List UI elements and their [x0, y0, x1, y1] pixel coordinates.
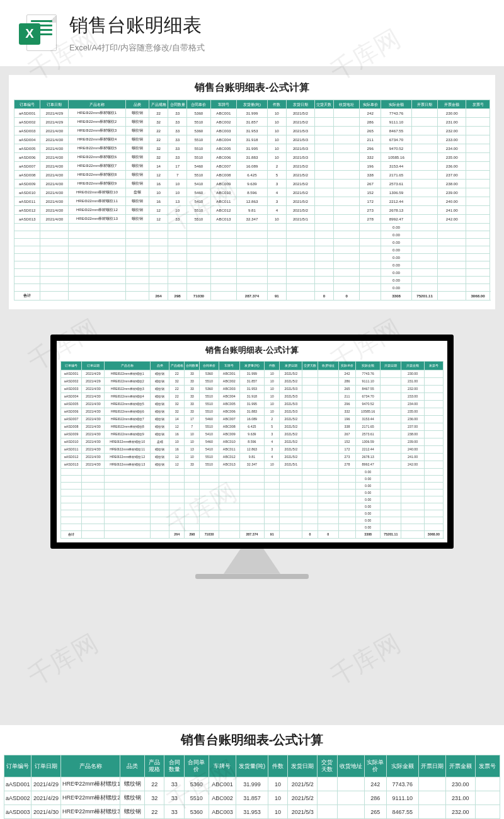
cell	[411, 224, 437, 231]
cell: 31.918	[237, 135, 268, 144]
cell	[360, 284, 381, 292]
cell	[210, 277, 236, 284]
cell	[82, 510, 105, 517]
cell	[105, 517, 150, 524]
cell	[466, 153, 490, 162]
cell	[69, 231, 125, 239]
column-header: 合同数量	[164, 755, 184, 777]
cell: ABC002	[210, 118, 236, 127]
cell	[82, 496, 105, 503]
column-header: 车牌号	[209, 755, 236, 777]
cell	[338, 489, 355, 496]
column-header: 件数	[267, 100, 286, 109]
totals-cell	[210, 292, 236, 301]
cell	[169, 503, 185, 510]
cell: 0.00	[356, 482, 381, 489]
cell: 31.857	[239, 377, 264, 385]
column-header: 品类	[120, 755, 145, 777]
cell	[168, 246, 187, 254]
cell	[318, 805, 337, 819]
totals-cell	[125, 292, 149, 301]
totals-cell: 0	[302, 530, 318, 538]
cell: 2021/5/2	[280, 415, 302, 423]
cell: HREΦ22mm棒材螺纹5	[105, 400, 150, 408]
cell	[82, 517, 105, 524]
cell	[314, 284, 333, 292]
cell	[302, 453, 318, 461]
table-row-empty: 0.00	[14, 277, 490, 284]
cell: 9111.10	[381, 118, 412, 127]
cell	[318, 453, 338, 461]
cell: 22	[145, 777, 164, 791]
cell	[314, 188, 333, 197]
cell: HREΦ22mm棒材螺纹10	[105, 438, 150, 445]
cell	[318, 489, 338, 496]
cell	[466, 254, 490, 261]
cell: 0.00	[381, 261, 412, 269]
cell: 2171.65	[356, 423, 381, 430]
cell	[61, 482, 82, 489]
cell: 2021/4/30	[82, 408, 105, 415]
cell	[360, 254, 381, 261]
cell	[14, 269, 40, 277]
cell	[381, 430, 401, 438]
table-row: aASD0032021/4/30HREΦ22mm棒材螺纹3螺纹钢22335360…	[4, 805, 500, 819]
table-row: aASD0092021/4/30HREΦ22mm棒材螺纹9螺纹钢16105410…	[61, 430, 444, 438]
column-header: 发货量(吨)	[239, 362, 264, 370]
cell	[40, 254, 69, 261]
cell: 螺纹钢	[150, 370, 169, 377]
cell	[411, 246, 437, 254]
cell	[219, 468, 239, 475]
cell: 5	[265, 423, 280, 430]
totals-cell: 合计	[14, 292, 40, 301]
cell: 241.00	[401, 453, 424, 461]
cell: 螺纹钢	[125, 127, 149, 135]
cell: 螺纹钢	[125, 144, 149, 153]
cell	[69, 261, 125, 269]
cell: aASD001	[4, 777, 32, 791]
cell	[314, 254, 333, 261]
cell: 2021/5/3	[280, 392, 302, 400]
table-row: aASD0072021/4/30HREΦ22mm棒材螺纹7螺纹钢14175460…	[14, 162, 490, 171]
cell: HREΦ22mm棒材螺纹13	[105, 461, 150, 468]
cell: 237.00	[438, 171, 466, 180]
cell: 2021/5/3	[286, 144, 314, 153]
cell: ABC002	[219, 377, 239, 385]
cell	[334, 153, 360, 162]
cell	[200, 489, 219, 496]
column-header: 合同单价	[200, 362, 219, 370]
cell: 230.00	[401, 370, 424, 377]
cell	[314, 144, 333, 153]
cell: 10	[267, 215, 286, 224]
cell	[302, 482, 318, 489]
cell	[200, 524, 219, 530]
cell: 3153.44	[381, 162, 412, 171]
cell: 22	[149, 127, 168, 135]
cell: 10	[267, 135, 286, 144]
cell: HREΦ22mm棒材螺纹8	[105, 423, 150, 430]
cell: 0.00	[381, 239, 412, 246]
cell: 267	[338, 430, 355, 438]
cell	[105, 475, 150, 482]
cell	[237, 246, 268, 254]
cell	[187, 269, 211, 277]
cell	[381, 468, 401, 475]
cell	[168, 231, 187, 239]
cell	[466, 162, 490, 171]
cell: 5510	[187, 153, 211, 162]
cell: ABC003	[210, 127, 236, 135]
cell: 240.00	[401, 445, 424, 453]
cell: 273	[338, 453, 355, 461]
cell: 33	[185, 377, 200, 385]
cell: 286	[338, 377, 355, 385]
cell: ABC001	[209, 777, 236, 791]
cell	[200, 503, 219, 510]
cell: HREΦ22mm棒材螺纹3	[105, 385, 150, 392]
cell	[302, 503, 318, 510]
cell: HREΦ22mm棒材螺纹10	[69, 188, 125, 197]
cell	[381, 524, 401, 530]
totals-cell	[286, 292, 314, 301]
column-header: 合同数量	[185, 362, 200, 370]
cell	[401, 503, 424, 510]
cell: 10	[185, 438, 200, 445]
